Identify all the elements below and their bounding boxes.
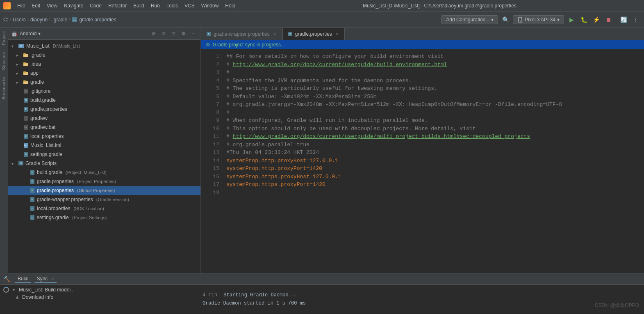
settings-gradle-proj-icon: G	[30, 215, 35, 220]
tree-item-label-root: Music_List	[26, 43, 50, 49]
editor-content[interactable]: 1 2 3 4 5 6 7 8 9 10 11 12 13 14 15 16 1…	[201, 49, 644, 273]
tree-item-gradle-scripts-section[interactable]: G Gradle Scripts	[8, 159, 200, 168]
menu-vcs[interactable]: VCS	[181, 2, 198, 9]
tree-item-idea-dir[interactable]: .idea	[8, 60, 200, 69]
menu-edit[interactable]: Edit	[28, 2, 43, 9]
collapse-all-button[interactable]: ⊟	[169, 30, 177, 38]
sync-tab-close[interactable]: ✕	[51, 277, 54, 281]
bottom-download-info-item[interactable]: Download info	[3, 294, 196, 300]
breadcrumb-gradle[interactable]: .gradle	[52, 17, 67, 23]
tree-item-sub-gradle-wrapper-props: (Gradle Version)	[96, 197, 129, 202]
settings-button[interactable]: ⚙	[179, 30, 187, 38]
menu-help[interactable]: Help	[222, 2, 239, 9]
close-sidebar-button[interactable]: −	[189, 30, 197, 38]
tree-item-local-props-sdk[interactable]: P local.properties (SDK Location)	[8, 204, 200, 213]
debug-button[interactable]: 🐛	[579, 15, 589, 25]
sidebar-view-selector[interactable]: Android ▾	[20, 31, 147, 37]
tree-arrow-app	[16, 71, 21, 76]
sync-banner: ⚙ Gradle project sync in progress...	[201, 40, 644, 49]
run-button[interactable]: ▶	[567, 15, 576, 25]
svg-text:git: git	[25, 90, 27, 92]
attach-button[interactable]: ⚡	[591, 15, 601, 25]
sync-icon: ⚙	[206, 42, 210, 48]
bottom-tab-sync[interactable]: Sync ✕	[34, 275, 57, 283]
add-configuration-button[interactable]: Add Configuration... ▾	[441, 15, 498, 24]
tree-item-sub-root: D:\Music_List	[53, 44, 80, 48]
stop-button[interactable]: ⏹	[603, 15, 613, 25]
tree-item-label-settings-gradle: settings.gradle	[30, 151, 62, 157]
sidebar-actions: ⊕ ≡ ⊟ ⚙ −	[150, 30, 197, 38]
side-tab-project[interactable]: Project	[0, 28, 8, 48]
tree-item-label-gradle-props-proj: gradle.properties	[37, 179, 74, 184]
svg-text:G: G	[25, 153, 27, 156]
side-tab-bookmarks[interactable]: Bookmarks	[0, 73, 8, 103]
menu-view[interactable]: View	[43, 2, 61, 9]
breadcrumb-diaoyun[interactable]: diaoyun	[30, 17, 48, 23]
svg-text:P: P	[32, 198, 33, 201]
menu-run[interactable]: Run	[148, 2, 163, 9]
tree-item-settings-gradle-proj[interactable]: G settings.gradle (Project Settings)	[8, 213, 200, 222]
menu-window[interactable]: Window	[198, 2, 222, 9]
tree-item-label-gradle2: gradle	[30, 79, 44, 85]
menu-file[interactable]: File	[14, 2, 28, 9]
menu-code[interactable]: Code	[86, 2, 105, 9]
search-everywhere-button[interactable]: 🔍	[501, 15, 510, 25]
window-title: Music_List [D:\Music_List] - C:\Users\di…	[239, 3, 641, 9]
tree-item-gradle-dir2[interactable]: gradle	[8, 78, 200, 87]
tree-item-music-list-root[interactable]: P Music_List D:\Music_List	[8, 41, 200, 50]
bottom-build-model-item[interactable]: Music_List: Build model...	[3, 286, 196, 293]
tree-item-label-iml: Music_List.iml	[30, 142, 61, 148]
bottom-build-model-label: Music_List: Build model...	[19, 287, 75, 293]
new-file-button[interactable]: ⊕	[150, 30, 158, 38]
tree-item-gradle-properties[interactable]: P gradle.properties	[8, 105, 200, 114]
svg-rect-13	[23, 80, 26, 82]
tree-item-gradle-props-proj[interactable]: P gradle.properties (Project Properties)	[8, 177, 200, 186]
menu-tools[interactable]: Tools	[163, 2, 181, 9]
tree-item-gradlew[interactable]: gradlew	[8, 114, 200, 123]
iml-icon: IML	[23, 142, 29, 148]
menu-build[interactable]: Build	[130, 2, 148, 9]
tree-item-label-build-gradle: build.gradle	[30, 97, 56, 103]
tree-item-settings-gradle[interactable]: G settings.gradle	[8, 150, 200, 159]
svg-text:G: G	[25, 99, 27, 101]
sync-banner-text: Gradle project sync in progress...	[213, 42, 285, 48]
tree-item-gitignore[interactable]: git .gitignore	[8, 87, 200, 96]
settings-gradle-icon: G	[23, 151, 29, 157]
tree-item-label-gradle-wrapper-props: gradle-wrapper.properties	[37, 197, 93, 202]
menu-navigate[interactable]: Navigate	[61, 2, 86, 9]
tab-close-gradle-wrapper[interactable]: ✕	[272, 31, 277, 37]
editor-area: P gradle-wrapper.properties ✕ P gradle.p…	[201, 28, 644, 273]
tree-item-gradle-props-global[interactable]: P gradle.properties (Global Properties)	[8, 186, 200, 195]
bottom-right-log: 4 min Starting Gradle Daemon... Gradle D…	[196, 286, 641, 312]
tab-close-gradle-properties[interactable]: ✕	[335, 31, 339, 37]
tree-item-local-properties[interactable]: P local.properties	[8, 132, 200, 141]
tree-item-label-settings-gradle-proj: settings.gradle	[37, 215, 69, 220]
tree-item-label-gradle-dir: .gradle	[30, 52, 46, 58]
tree-item-build-gradle[interactable]: G build.gradle	[8, 96, 200, 105]
side-tab-structure[interactable]: Structure	[0, 48, 8, 73]
device-selector[interactable]: Pixel 3 API 34 ▾	[513, 15, 564, 24]
code-content[interactable]: ## For more details on how to configure …	[221, 49, 644, 273]
sync-button[interactable]: 🔄	[619, 15, 628, 25]
breadcrumb-file[interactable]: gradle.properties	[79, 17, 116, 23]
tree-item-gradle-dir[interactable]: .gradle	[8, 50, 200, 60]
tab-label-gradle-properties: gradle.properties	[295, 31, 332, 37]
tab-gradle-properties[interactable]: P gradle.properties ✕	[282, 28, 345, 40]
breadcrumb-users[interactable]: Users	[13, 17, 25, 23]
sidebar-tree: P Music_List D:\Music_List .gradle .idea	[8, 40, 200, 273]
svg-text:G: G	[32, 171, 34, 174]
bottom-tab-build[interactable]: Build	[15, 275, 31, 283]
menu-refactor[interactable]: Refactor	[105, 2, 130, 9]
more-actions-button[interactable]: ⋮	[631, 15, 641, 25]
tree-item-build-gradle-proj[interactable]: G build.gradle (Project: Music_List)	[8, 168, 200, 177]
folder-icon-idea	[23, 61, 29, 67]
tree-item-app-dir[interactable]: app	[8, 69, 200, 78]
bottom-download-info-label: Download info	[22, 294, 53, 300]
breadcrumb-c[interactable]: C:	[3, 17, 8, 23]
tree-item-gradlew-bat[interactable]: bat gradlew.bat	[8, 123, 200, 132]
tree-item-iml[interactable]: IML Music_List.iml	[8, 141, 200, 150]
tree-item-gradle-wrapper-props[interactable]: P gradle-wrapper.properties (Gradle Vers…	[8, 195, 200, 204]
folder-icon-app	[23, 70, 29, 76]
expand-all-button[interactable]: ≡	[159, 30, 168, 38]
tab-gradle-wrapper[interactable]: P gradle-wrapper.properties ✕	[201, 28, 282, 40]
